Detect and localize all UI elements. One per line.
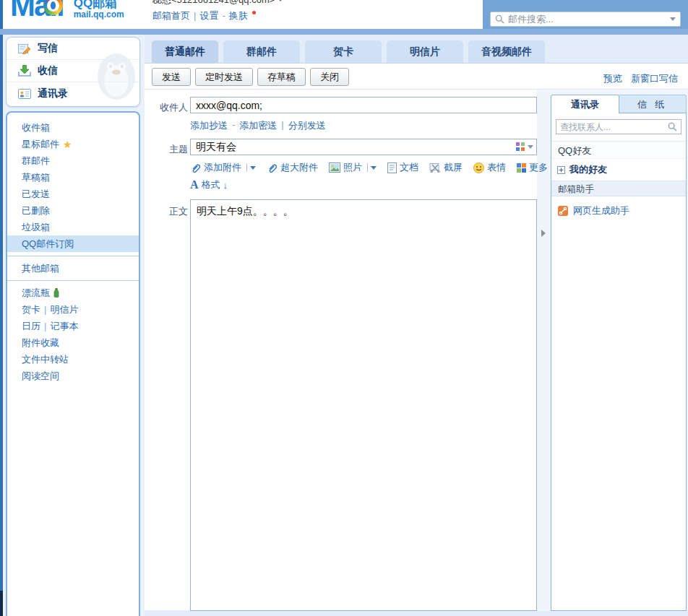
schedule-send-button[interactable]: 定时发送 [195,68,253,86]
folder-group-mail[interactable]: 群邮件 [7,152,139,169]
sidebar-item-compose[interactable]: 写信 [7,38,139,60]
tab-contacts[interactable]: 通讯录 [551,95,619,113]
new-window-link[interactable]: 新窗口写信 [631,72,678,85]
tool-calendar[interactable]: 日历 [22,318,40,334]
send-button[interactable]: 发送 [152,68,191,86]
smiley-icon [473,162,484,173]
more-tools-button[interactable]: 更多 [517,161,548,174]
collapse-panel-handle[interactable] [541,230,546,237]
header-nav: 邮箱首页 | 设置 - 换肤 [152,9,283,22]
grid-more-icon [517,163,526,173]
logo-domain: mail.qq.com [74,10,124,19]
tab-group-mail[interactable]: 群邮件 [223,40,300,63]
sidebar-compose-label: 写信 [38,42,58,55]
folder-deleted[interactable]: 已删除 [7,202,139,219]
search-scope-caret-icon[interactable] [670,17,676,21]
tab-av-mail[interactable]: 音视频邮件 [468,40,545,63]
subject-field-wrap [190,139,537,155]
contacts-icon [18,89,31,99]
toolbar-divider [145,89,688,90]
to-input[interactable] [190,97,537,113]
nav-dash: - [222,10,225,21]
stationery-picker[interactable] [516,142,533,151]
format-arrow: ↓ [223,180,228,191]
contact-search-box[interactable] [556,119,681,134]
nav-skin-link[interactable]: 换肤 [229,9,248,22]
folder-drafts[interactable]: 草稿箱 [7,169,139,186]
contacts-my-friends[interactable]: 我的好友 [551,159,686,181]
tool-reading-space[interactable]: 阅读空间 [7,368,139,384]
add-cc-link[interactable]: 添加抄送 [190,119,228,132]
sidebar-folders-panel: 收件箱 星标邮件 ★ 群邮件 草稿箱 已发送 已删除 垃圾箱 QQ邮件订阅 其他… [6,111,140,616]
folder-other-mailbox[interactable]: 其他邮箱 [7,260,139,277]
save-draft-button[interactable]: 存草稿 [257,68,306,86]
add-bcc-link[interactable]: 添加密送 [239,119,277,132]
folder-spam[interactable]: 垃圾箱 [7,219,139,235]
tab-normal-mail[interactable]: 普通邮件 [152,40,218,63]
sidebar-receive-label: 收信 [38,64,58,77]
compose-toolbar: 发送 定时发送 存草稿 关闭 [152,68,349,86]
chevron-down-icon [278,0,283,1]
qq-mail-app: Mail QQ邮箱 mail.qq.com 惢憅<5121661241@qq.c… [0,0,688,616]
tool-notebook[interactable]: 记事本 [50,318,78,334]
close-button[interactable]: 关闭 [310,68,349,86]
tool-postcard[interactable]: 明信片 [50,301,78,318]
main-area: 普通邮件 群邮件 贺卡 明信片 音视频邮件 发送 定时发送 存草稿 关闭 [145,35,688,616]
large-attachment-button[interactable]: 超大附件 [267,161,318,174]
stationery-caret-icon [528,145,533,149]
tab-postcard[interactable]: 明信片 [387,40,463,63]
folder-sent[interactable]: 已发送 [7,186,139,202]
tool-attachment-favorites[interactable]: 附件收藏 [7,334,139,351]
tool-file-transfer[interactable]: 文件中转站 [7,351,139,368]
add-attachment-button[interactable]: 添加附件 [190,161,256,174]
contacts-panel-body: QQ好友 我的好友 邮箱助手 [551,113,687,611]
tool-drift-bottle[interactable]: 漂流瓶 [7,285,139,301]
account-menu[interactable]: 惢憅<5121661241@qq.com> [152,0,283,6]
paperclip-icon [190,162,201,173]
logo-wordmark: Mail [10,0,64,23]
attachment-caret-icon [250,166,256,170]
contacts-group-assistant[interactable]: 邮箱助手 [551,181,686,196]
photo-button[interactable]: 照片 [329,161,377,174]
contacts-group-qq-friends[interactable]: QQ好友 [551,141,686,159]
receive-mail-icon [18,65,31,77]
nav-settings-link[interactable]: 设置 [199,9,218,22]
contact-search-input[interactable] [560,122,668,132]
star-icon: ★ [63,139,72,149]
header-divider-bar [0,29,688,35]
folder-starred[interactable]: 星标邮件 ★ [7,136,139,152]
qqmail-logo[interactable]: Mail QQ邮箱 mail.qq.com [10,0,124,23]
nav-home-link[interactable]: 邮箱首页 [152,9,190,22]
photo-icon [329,162,340,173]
sidebar-item-inbox-check[interactable]: 收信 [7,60,139,82]
folder-qq-subscriptions[interactable]: QQ邮件订阅 [7,235,139,252]
tool-cards-row: 贺卡 | 明信片 [7,301,139,318]
format-toggle[interactable]: A 格式 ↓ [190,178,228,191]
tool-greeting-card[interactable]: 贺卡 [22,301,40,318]
account-email: 惢憅<5121661241@qq.com> [152,0,275,6]
folders-divider [7,280,139,281]
logo-product: QQ邮箱 [74,0,124,10]
compose-type-tabs: 普通邮件 群邮件 贺卡 明信片 音视频邮件 [152,40,545,63]
search-icon [495,14,504,24]
document-button[interactable]: 文档 [387,161,418,174]
sidebar-item-contacts[interactable]: 通讯录 [7,82,139,105]
expand-plus-icon [557,166,565,174]
folder-inbox[interactable]: 收件箱 [7,119,139,136]
body-textarea[interactable]: 明天上午9点。。。。 [190,199,537,611]
subject-input[interactable] [190,139,537,155]
compose-top-links: 预览 新窗口写信 [603,72,678,85]
logo-brand-block: QQ邮箱 mail.qq.com [74,0,124,19]
bottle-icon [53,288,59,298]
tab-greeting-card[interactable]: 贺卡 [305,40,382,63]
preview-link[interactable]: 预览 [603,72,622,85]
screenshot-button[interactable]: 截屏 [429,161,463,174]
to-label: 收件人 [153,101,188,114]
contacts-panel-tabs: 通讯录 信 纸 [551,95,687,113]
web-page-assistant-item[interactable]: 网页生成助手 [551,200,686,222]
send-separately-link[interactable]: 分别发送 [288,119,326,132]
emoticon-button[interactable]: 表情 [473,161,506,174]
tab-stationery[interactable]: 信 纸 [619,95,687,113]
format-a-icon: A [190,178,199,191]
mail-search-box[interactable]: 邮件搜索... [490,12,681,27]
